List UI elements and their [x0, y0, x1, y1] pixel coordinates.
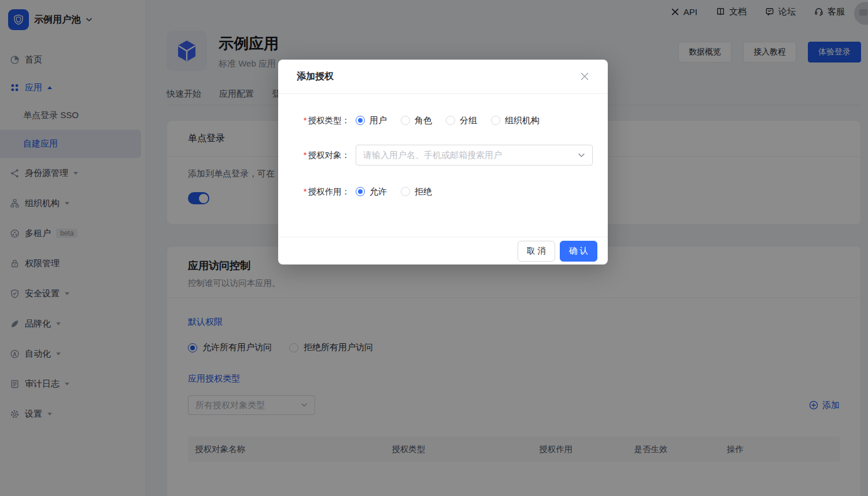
field-auth-effect: *授权作用： 允许 拒绝	[297, 181, 593, 202]
radio-organization[interactable]: 组织机构	[491, 115, 540, 126]
field-auth-type: *授权类型： 用户 角色 分组 组织机构	[297, 110, 593, 131]
radio-icon	[401, 187, 410, 196]
radio-label: 拒绝	[415, 186, 432, 197]
select-placeholder: 请输入用户名、手机或邮箱搜索用户	[363, 150, 502, 161]
required-marker: *	[304, 150, 307, 160]
field-label: *授权作用：	[297, 186, 356, 197]
add-authorization-modal: 添加授权 *授权类型： 用户 角色 分组	[278, 60, 608, 264]
radio-role[interactable]: 角色	[401, 115, 432, 126]
modal-footer: 取 消 确 认	[278, 237, 608, 264]
radio-group[interactable]: 分组	[446, 115, 477, 126]
close-icon[interactable]	[578, 69, 592, 83]
required-marker: *	[304, 187, 307, 196]
radio-label: 分组	[460, 115, 477, 126]
required-marker: *	[304, 116, 307, 125]
field-auth-target: *授权对象： 请输入用户名、手机或邮箱搜索用户	[297, 145, 593, 166]
radio-label: 允许	[370, 186, 387, 197]
auth-target-select[interactable]: 请输入用户名、手机或邮箱搜索用户	[356, 145, 593, 166]
radio-label: 角色	[415, 115, 432, 126]
radio-icon	[356, 116, 365, 125]
field-label: *授权对象：	[297, 150, 356, 161]
radio-user[interactable]: 用户	[356, 115, 387, 126]
chevron-down-icon	[578, 153, 585, 158]
radio-icon	[356, 187, 365, 196]
field-label: *授权类型：	[297, 115, 356, 126]
radio-label: 组织机构	[505, 115, 540, 126]
auth-type-options: 用户 角色 分组 组织机构	[356, 115, 540, 126]
modal-title: 添加授权	[297, 71, 334, 83]
radio-icon	[401, 116, 410, 125]
console-root: 示例用户池 首页 应用 单点登录 SSO	[0, 0, 868, 496]
radio-icon	[446, 116, 455, 125]
modal-header: 添加授权	[278, 60, 608, 94]
radio-deny[interactable]: 拒绝	[401, 186, 432, 197]
radio-allow[interactable]: 允许	[356, 186, 387, 197]
cancel-button[interactable]: 取 消	[518, 241, 555, 262]
auth-effect-options: 允许 拒绝	[356, 186, 432, 197]
radio-label: 用户	[370, 115, 387, 126]
radio-icon	[491, 116, 500, 125]
confirm-button[interactable]: 确 认	[560, 241, 597, 262]
